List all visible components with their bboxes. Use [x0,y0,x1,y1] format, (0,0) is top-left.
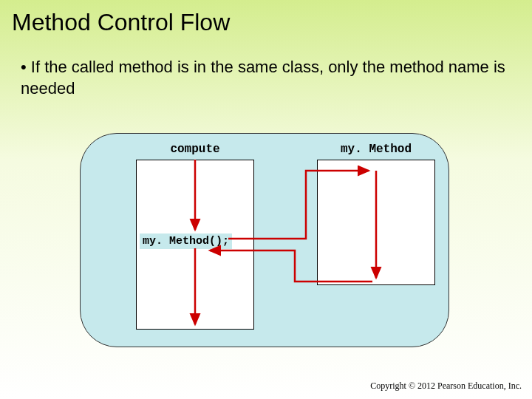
bullet-description: If the called method is in the same clas… [0,36,532,99]
copyright-text: Copyright © 2012 Pearson Education, Inc. [370,381,522,392]
diagram-panel: compute my. Method my. Method(); [80,133,449,347]
mymethod-box [317,160,435,285]
method-call-text: my. Method(); [140,233,232,249]
page-title: Method Control Flow [0,0,532,36]
compute-label: compute [136,143,254,156]
mymethod-label: my. Method [317,143,435,156]
